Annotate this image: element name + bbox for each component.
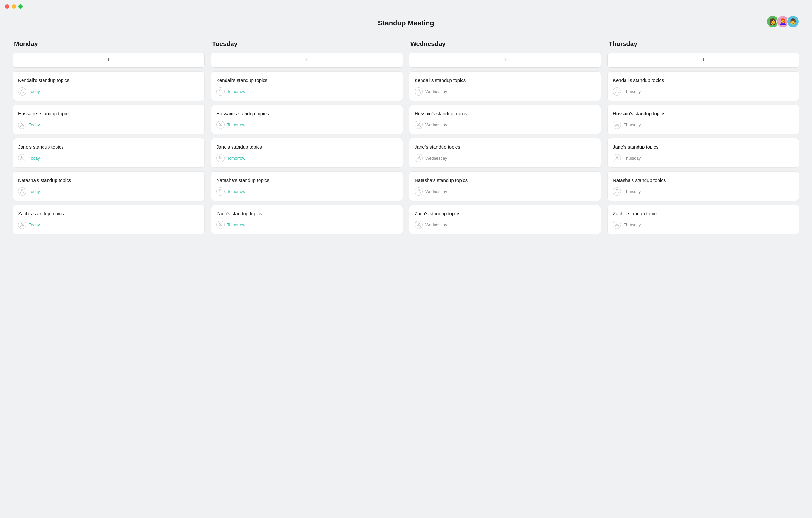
card-title: Jane's standup topics xyxy=(414,144,596,149)
card-date: Wednesday xyxy=(425,222,447,227)
card-date: Today xyxy=(29,89,40,94)
card-avatar-icon xyxy=(216,120,225,129)
add-card-button-wednesday[interactable]: + xyxy=(409,53,601,67)
card-date: Today xyxy=(29,122,40,127)
card-title: Kendall's standup topics xyxy=(216,77,398,83)
table-row[interactable]: Kendall's standup topics Wednesday xyxy=(409,72,601,101)
card-date: Wednesday xyxy=(425,89,447,94)
avatar-3[interactable]: 👨 xyxy=(787,15,799,28)
column-tuesday: Tuesday+Kendall's standup topics Tomorro… xyxy=(208,40,406,238)
card-date: Today xyxy=(29,189,40,194)
table-row[interactable]: Hussain's standup topics Thursday xyxy=(607,105,799,134)
table-row[interactable]: Zach's standup topics Tomorrow xyxy=(211,205,403,234)
svg-point-1 xyxy=(21,123,23,125)
title-bar xyxy=(0,0,812,13)
svg-point-6 xyxy=(220,123,221,125)
column-monday: Monday+Kendall's standup topics TodayHus… xyxy=(9,40,208,238)
card-avatar-icon xyxy=(414,120,423,129)
table-row[interactable]: Natasha's standup topics Tomorrow xyxy=(211,171,403,201)
card-meta: Thursday xyxy=(613,120,794,129)
table-row[interactable]: Natasha's standup topics Thursday xyxy=(607,171,799,201)
card-avatar-icon xyxy=(216,221,225,229)
table-row[interactable]: Jane's standup topics Today xyxy=(13,138,205,168)
table-row[interactable]: Hussain's standup topics Today xyxy=(13,105,205,134)
card-avatar-icon xyxy=(613,87,621,96)
card-avatar-icon xyxy=(613,154,621,162)
svg-point-19 xyxy=(616,223,617,224)
svg-point-18 xyxy=(616,190,617,191)
add-card-button-monday[interactable]: + xyxy=(13,53,205,67)
card-menu-button[interactable]: ··· xyxy=(789,76,794,82)
card-title: Zach's standup topics xyxy=(18,211,199,216)
table-row[interactable]: Jane's standup topics Tomorrow xyxy=(211,138,403,168)
card-avatar-icon xyxy=(18,120,26,129)
card-title: Kendall's standup topics xyxy=(414,77,596,83)
card-meta: Wednesday xyxy=(414,154,596,162)
table-row[interactable]: Zach's standup topics Thursday xyxy=(607,205,799,234)
card-meta: Wednesday xyxy=(414,221,596,229)
card-title: Hussain's standup topics xyxy=(613,111,794,116)
svg-point-4 xyxy=(21,223,23,224)
card-avatar-icon xyxy=(18,187,26,195)
card-date: Wednesday xyxy=(425,122,447,127)
card-title: Kendall's standup topics xyxy=(18,77,199,83)
table-row[interactable]: Natasha's standup topics Today xyxy=(13,171,205,201)
card-date: Wednesday xyxy=(425,156,447,161)
table-row[interactable]: Hussain's standup topics Tomorrow xyxy=(211,105,403,134)
card-date: Today xyxy=(29,156,40,161)
avatar-group: 👩 👩‍🦰 👨 xyxy=(766,15,799,28)
table-row[interactable]: Jane's standup topics Thursday xyxy=(607,138,799,168)
table-row[interactable]: Jane's standup topics Wednesday xyxy=(409,138,601,168)
card-title: Zach's standup topics xyxy=(216,211,398,216)
card-title: Hussain's standup topics xyxy=(414,111,596,116)
traffic-light-red[interactable] xyxy=(5,4,9,8)
card-avatar-icon xyxy=(216,154,225,162)
svg-point-14 xyxy=(418,223,419,224)
card-meta: Thursday xyxy=(613,154,794,162)
svg-point-3 xyxy=(21,190,23,191)
table-row[interactable]: Natasha's standup topics Wednesday xyxy=(409,171,601,201)
card-title: Hussain's standup topics xyxy=(18,111,199,116)
card-meta: Today xyxy=(18,87,199,96)
traffic-light-green[interactable] xyxy=(19,4,23,8)
add-card-button-thursday[interactable]: + xyxy=(607,53,799,67)
svg-point-5 xyxy=(220,89,221,91)
column-header-thursday: Thursday xyxy=(607,40,799,53)
svg-point-13 xyxy=(418,190,419,191)
card-meta: Wednesday xyxy=(414,187,596,195)
add-card-button-tuesday[interactable]: + xyxy=(211,53,403,67)
card-title: Natasha's standup topics xyxy=(216,178,398,183)
card-title: Kendall's standup topics xyxy=(613,77,794,83)
card-date: Tomorrow xyxy=(227,89,245,94)
svg-point-0 xyxy=(21,89,23,91)
table-row[interactable]: Kendall's standup topics Tomorrow xyxy=(211,72,403,101)
card-title: Natasha's standup topics xyxy=(18,178,199,183)
card-avatar-icon xyxy=(18,87,26,96)
card-avatar-icon xyxy=(216,187,225,195)
card-meta: Tomorrow xyxy=(216,87,398,96)
app-header: Standup Meeting 👩 👩‍🦰 👨 xyxy=(0,13,812,30)
traffic-light-yellow[interactable] xyxy=(12,4,16,8)
card-date: Tomorrow xyxy=(227,156,245,161)
card-meta: Today xyxy=(18,154,199,162)
table-row[interactable]: Kendall's standup topics Thursday··· xyxy=(607,72,799,101)
table-row[interactable]: Kendall's standup topics Today xyxy=(13,72,205,101)
card-meta: Today xyxy=(18,187,199,195)
card-meta: Today xyxy=(18,221,199,229)
table-row[interactable]: Zach's standup topics Wednesday xyxy=(409,205,601,234)
table-row[interactable]: Zach's standup topics Today xyxy=(13,205,205,234)
card-meta: Thursday xyxy=(613,221,794,229)
card-meta: Wednesday xyxy=(414,120,596,129)
card-date: Thursday xyxy=(624,122,641,127)
svg-point-9 xyxy=(220,223,221,224)
card-date: Tomorrow xyxy=(227,122,245,127)
svg-point-16 xyxy=(616,123,617,125)
card-title: Jane's standup topics xyxy=(216,144,398,149)
card-avatar-icon xyxy=(18,154,26,162)
card-title: Natasha's standup topics xyxy=(414,178,596,183)
table-row[interactable]: Hussain's standup topics Wednesday xyxy=(409,105,601,134)
svg-point-15 xyxy=(616,89,617,91)
svg-point-8 xyxy=(220,190,221,191)
column-wednesday: Wednesday+Kendall's standup topics Wedne… xyxy=(406,40,604,238)
card-avatar-icon xyxy=(414,154,423,162)
